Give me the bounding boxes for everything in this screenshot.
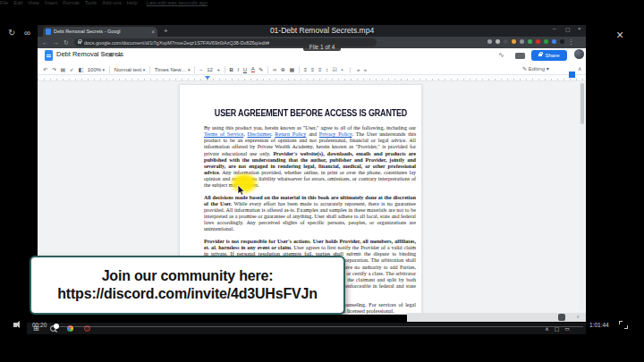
doc-link[interactable]: Return Policy xyxy=(275,131,306,137)
comment-icon[interactable]: ⊕ xyxy=(281,66,285,72)
undo-icon[interactable]: ↶ xyxy=(43,66,47,72)
menu-insert[interactable]: Insert xyxy=(45,0,58,5)
align-right-icon[interactable]: ≡ xyxy=(318,67,322,72)
seek-bar[interactable] xyxy=(52,326,583,327)
blue-square-indicator xyxy=(569,72,575,78)
docs-menubar: FileEditViewInsertFormatToolsAdd-onsHelp… xyxy=(0,0,644,5)
windows-taskbar: ⊞ ∧▢▭ xyxy=(27,323,586,334)
current-time: 00:20 xyxy=(32,322,47,328)
align-center-icon[interactable]: ≡ xyxy=(311,67,315,72)
styles-select[interactable]: Normal text xyxy=(114,67,146,72)
doc-link[interactable]: Terms of Service xyxy=(204,131,243,137)
bullet-list-icon[interactable]: • xyxy=(342,67,343,72)
mouse-cursor xyxy=(237,183,245,199)
menu-help[interactable]: Help xyxy=(127,0,138,5)
menu-tools[interactable]: Tools xyxy=(85,0,97,5)
toolbar-divider xyxy=(225,66,225,73)
chevron-right-icon[interactable]: › xyxy=(577,314,579,320)
zoom-select[interactable]: 100% xyxy=(88,67,105,72)
caption-line2[interactable]: https://discord.com/invite/4d3UHsFVJn xyxy=(57,285,317,303)
explore-icon[interactable] xyxy=(558,314,565,321)
link-icon[interactable]: ∞ xyxy=(273,67,276,72)
system-tray: ∧▢▭ xyxy=(545,323,570,334)
collapse-toolbar-icon[interactable]: ∧ xyxy=(578,65,581,72)
menu-add-ons[interactable]: Add-ons xyxy=(102,0,122,5)
paint-format-icon[interactable]: ◧ xyxy=(78,66,83,72)
italic-icon[interactable]: I xyxy=(237,67,239,72)
player-close-icon[interactable]: × xyxy=(616,28,623,42)
redo-icon[interactable]: ↷ xyxy=(52,66,56,72)
toolbar-divider xyxy=(299,66,300,73)
caption-line1: Join our community here: xyxy=(102,267,274,285)
image-icon[interactable]: ▦ xyxy=(289,66,294,72)
font-size-decrease[interactable]: − xyxy=(199,67,203,72)
menu-edit[interactable]: Edit xyxy=(13,0,22,5)
file-counter: File 1 of 4 xyxy=(0,37,644,53)
docs-toolbar: ↶↷▤✓◧100%Normal textTimes New…−12+BIUA✎∞… xyxy=(38,64,586,75)
toolbar-divider xyxy=(109,66,110,73)
font-size-value[interactable]: 12 xyxy=(207,67,213,72)
bold-icon[interactable]: B xyxy=(230,67,233,72)
doc-link[interactable]: Privacy Policy xyxy=(319,131,352,137)
print-icon[interactable]: ▤ xyxy=(61,66,66,72)
indent-increase-icon[interactable]: » xyxy=(364,67,367,72)
rotate-icon[interactable]: ↻ xyxy=(8,28,15,38)
highlight-icon[interactable]: ✎ xyxy=(258,66,263,72)
editing-mode-select[interactable]: ✎ Editing ▾ xyxy=(522,65,549,72)
share-label: Share xyxy=(545,53,559,58)
ruler-indent-marker[interactable] xyxy=(205,76,210,80)
underline-icon[interactable]: U xyxy=(243,67,247,72)
align-left-icon[interactable]: ≡ xyxy=(304,67,308,72)
paragraph-2: All decisions made based on the material… xyxy=(204,195,416,233)
ruler xyxy=(38,75,586,81)
player-video-title: 01-Debt Removal Secrets.mp4 xyxy=(0,26,644,35)
doc-link[interactable]: Disclaimer xyxy=(248,131,272,137)
video-player: Debt Removal Secrets - Googl × + – ▢ × ←… xyxy=(0,0,644,362)
spellcheck-icon[interactable]: ✓ xyxy=(70,66,74,72)
indent-decrease-icon[interactable]: « xyxy=(357,67,360,72)
meet-camera-icon[interactable] xyxy=(515,53,525,59)
chevron-down-icon: ▾ xyxy=(547,66,549,72)
loop-icon[interactable]: ∞ xyxy=(24,28,30,38)
font-size-increase[interactable]: + xyxy=(216,67,220,72)
fullscreen-icon[interactable] xyxy=(619,321,628,329)
toolbar-divider xyxy=(149,66,150,73)
toolbar-divider xyxy=(267,66,268,73)
scrollbar-thumb[interactable] xyxy=(580,83,584,124)
toolbar-divider xyxy=(194,66,195,73)
menu-view[interactable]: View xyxy=(28,0,38,5)
video-duration: 1:01:44 xyxy=(589,322,609,328)
line-spacing-icon[interactable]: ↕ xyxy=(326,67,328,72)
share-lock-icon xyxy=(538,54,542,56)
seek-playhead[interactable] xyxy=(54,324,59,329)
menu-format[interactable]: Format xyxy=(63,0,79,5)
font-select[interactable]: Times New… xyxy=(155,67,191,72)
text-color-icon[interactable]: A xyxy=(251,66,255,72)
numbered-list-icon[interactable]: ⋮ xyxy=(347,66,352,72)
volume-icon[interactable] xyxy=(13,323,17,327)
checklist-icon[interactable]: ☑ xyxy=(333,66,337,72)
community-caption-box: Join our community here: https://discord… xyxy=(30,256,345,315)
document-heading: USER AGREEMENT BEFORE ACCESS IS GRANTED xyxy=(215,108,405,118)
menu-file[interactable]: File xyxy=(0,0,8,5)
last-edit-link[interactable]: Last edit was seconds ago xyxy=(147,0,208,5)
